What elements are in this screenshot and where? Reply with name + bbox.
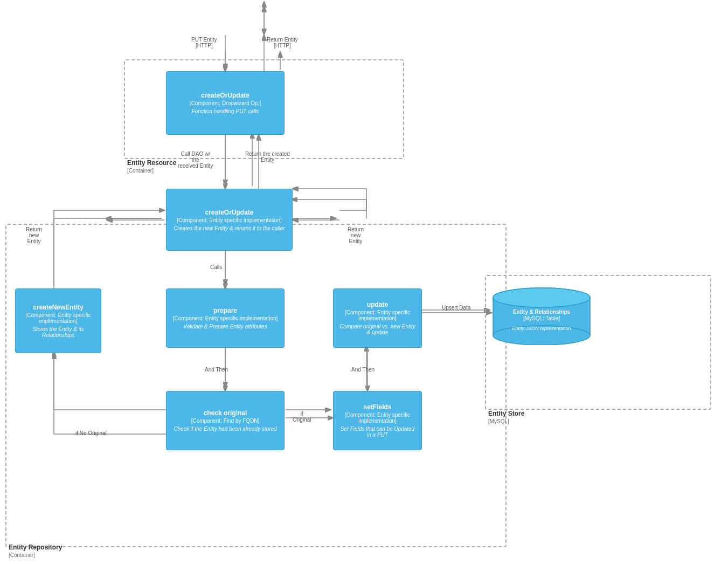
put-entity-label: PUT Entity [HTTP] [191,37,217,49]
and-then-right-label: And Then [351,367,375,373]
cylinder-svg: Entity & Relationships [MySQL: Table] En… [490,286,593,345]
svg-text:Entity & Relationships: Entity & Relationships [513,309,571,315]
return-created-entity-label: Return the createdEntity [245,151,290,163]
update-box: update [Component: Entity specific imple… [333,288,422,348]
svg-text:Entity JSON representation: Entity JSON representation [512,326,571,331]
and-then-left-label: And Then [205,367,228,373]
entity-repository-label: Entity Repository [Container] [9,544,62,559]
return-new-entity-left-label: ReturnnewEntity [26,226,42,244]
upsert-data-label: Upsert Data [442,305,470,311]
create-or-update-top-box: createOrUpdate [Component: Dropwizard Op… [166,71,285,135]
diagram-container: Entity Resource [Container] Entity Repos… [0,0,728,564]
check-original-box: check original [Component: Find by FQDN]… [166,391,285,450]
svg-point-40 [493,288,590,307]
create-or-update-middle-box: createOrUpdate [Component: Entity specif… [166,189,293,251]
create-new-entity-box: createNewEntity [Component: Entity speci… [15,288,101,353]
svg-text:[MySQL: Table]: [MySQL: Table] [523,315,560,321]
entity-repository-container [5,224,507,547]
return-new-entity-right-label: ReturnnewEntity [348,226,364,244]
entity-table-cylinder: Entity & Relationships [MySQL: Table] En… [490,286,593,345]
return-entity-top-label: Return Entity[HTTP] [267,37,298,49]
set-fields-box: setFields [Component: Entity specific im… [333,391,422,450]
calls-label: Calls [210,264,222,270]
prepare-box: prepare [Component: Entity specific impl… [166,288,285,348]
if-original-label: ifOriginal [293,411,311,423]
entity-resource-label: Entity Resource [Container] [127,159,176,174]
if-no-original-label: if No Original [75,430,107,436]
entity-store-label: Entity Store [MySQL] [488,410,524,425]
call-dao-label: Call DAO w/thereceived Entity [178,151,213,169]
